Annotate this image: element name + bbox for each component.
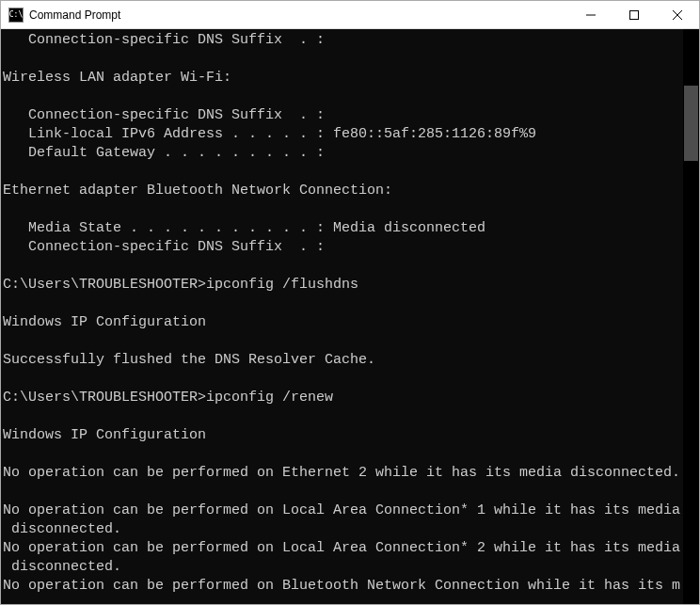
maximize-icon <box>629 10 639 20</box>
terminal-line: Media State . . . . . . . . . . . : Medi… <box>3 219 683 238</box>
terminal-line <box>3 370 683 389</box>
scrollbar-thumb[interactable] <box>684 86 698 161</box>
terminal-container: Connection-specific DNS Suffix . : Wirel… <box>1 29 699 604</box>
cmd-icon: C:\ <box>8 8 24 23</box>
window-title: Command Prompt <box>29 8 569 22</box>
terminal-line <box>3 407 683 426</box>
terminal-line: No operation can be performed on Bluetoo… <box>3 577 683 596</box>
terminal-line: Successfully flushed the DNS Resolver Ca… <box>3 351 683 370</box>
minimize-icon <box>586 10 596 20</box>
terminal-line <box>3 200 683 219</box>
scrollbar[interactable] <box>683 29 699 604</box>
terminal-line: No operation can be performed on Local A… <box>3 502 683 520</box>
terminal-output[interactable]: Connection-specific DNS Suffix . : Wirel… <box>1 29 683 604</box>
terminal-line: Connection-specific DNS Suffix . : <box>3 238 683 257</box>
terminal-line <box>3 483 683 502</box>
terminal-line <box>3 332 683 351</box>
terminal-line: Default Gateway . . . . . . . . . : <box>3 144 683 163</box>
terminal-line: No operation can be performed on Etherne… <box>3 464 683 483</box>
terminal-line: Connection-specific DNS Suffix . : <box>3 106 683 125</box>
close-icon <box>673 10 682 20</box>
terminal-line <box>3 295 683 313</box>
terminal-line: Windows IP Configuration <box>3 313 683 332</box>
terminal-line <box>3 257 683 276</box>
terminal-line <box>3 163 683 182</box>
terminal-line: No operation can be performed on Local A… <box>3 539 683 558</box>
minimize-button[interactable] <box>569 1 612 29</box>
terminal-line: Link-local IPv6 Address . . . . . : fe80… <box>3 125 683 144</box>
terminal-line <box>3 88 683 106</box>
terminal-line: Wireless LAN adapter Wi-Fi: <box>3 69 683 88</box>
terminal-line: Windows IP Configuration <box>3 426 683 445</box>
window-controls <box>569 1 699 29</box>
terminal-line: C:\Users\TROUBLESHOOTER>ipconfig /renew <box>3 389 683 407</box>
terminal-line: Connection-specific DNS Suffix . : <box>3 31 683 50</box>
terminal-line: Ethernet adapter Bluetooth Network Conne… <box>3 182 683 200</box>
cmd-icon-text: C:\ <box>9 11 23 19</box>
titlebar: C:\ Command Prompt <box>1 1 699 29</box>
maximize-button[interactable] <box>612 1 656 29</box>
svg-rect-1 <box>630 10 639 19</box>
terminal-line <box>3 50 683 69</box>
terminal-line: disconnected. <box>3 558 683 577</box>
close-button[interactable] <box>656 1 699 29</box>
terminal-line <box>3 445 683 464</box>
terminal-line: disconnected. <box>3 520 683 539</box>
terminal-line: C:\Users\TROUBLESHOOTER>ipconfig /flushd… <box>3 276 683 295</box>
